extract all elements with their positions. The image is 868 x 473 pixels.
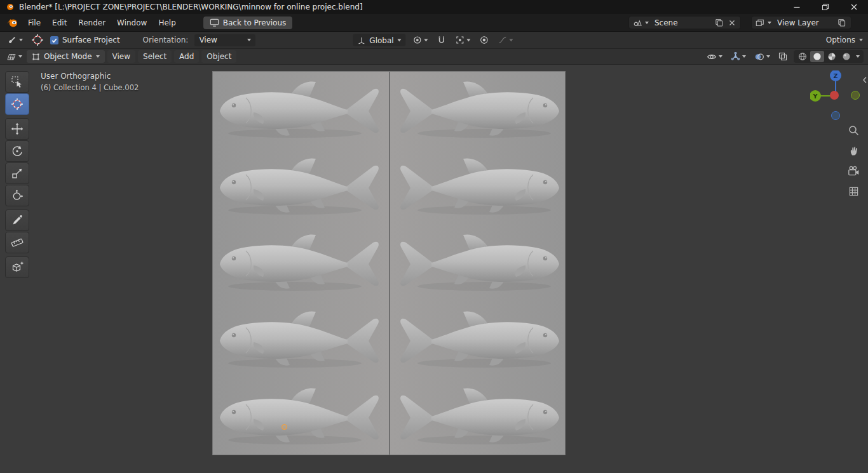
surface-project-setting[interactable]: Surface Project <box>50 36 120 44</box>
chevron-down-icon <box>510 39 513 41</box>
plane-left-half[interactable] <box>213 72 389 455</box>
ground-plane[interactable] <box>213 72 565 455</box>
menu-select[interactable]: Select <box>138 50 172 63</box>
window-titlebar: Blender* [L:\PROJECT ZONE\PROJECT\BLENDE… <box>0 0 868 14</box>
tool-rotate[interactable] <box>5 140 29 162</box>
snap-settings-dropdown[interactable] <box>454 34 473 46</box>
sidebar-expand-arrow[interactable] <box>862 76 867 84</box>
chevron-down-icon <box>467 39 471 41</box>
menu-add[interactable]: Add <box>174 50 199 63</box>
object-visibility-dropdown[interactable] <box>705 51 724 62</box>
viewport-3d: Object Mode View Select Add Object <box>0 49 868 473</box>
fish-model[interactable] <box>391 155 564 218</box>
scene-selector[interactable]: Scene <box>628 16 741 29</box>
falloff-curve-icon <box>498 36 508 45</box>
tool-move[interactable] <box>5 118 29 140</box>
shading-wireframe-button[interactable] <box>796 51 810 62</box>
tool-transform[interactable] <box>5 185 29 206</box>
axis-y-label: Y <box>813 93 818 100</box>
chevron-down-icon <box>742 55 746 58</box>
new-view-layer-button[interactable] <box>836 17 847 28</box>
viewport-canvas[interactable]: User Orthographic (6) Collection 4 | Cub… <box>0 65 868 473</box>
chevron-down-icon <box>18 55 22 58</box>
scene-name[interactable]: Scene <box>652 18 710 27</box>
active-tool-editor-button[interactable] <box>5 34 25 46</box>
proportional-editing-toggle[interactable] <box>478 34 491 46</box>
pivot-point-dropdown[interactable] <box>411 34 430 46</box>
view-layer-name[interactable]: View Layer <box>775 18 833 27</box>
tool-add-cube[interactable] <box>5 256 29 278</box>
fish-model[interactable] <box>391 231 564 295</box>
tool-select-box[interactable] <box>5 71 29 93</box>
menu-file[interactable]: File <box>22 17 46 29</box>
view-name-label: User Orthographic <box>41 70 139 82</box>
fish-model[interactable] <box>215 155 388 218</box>
tool-measure[interactable] <box>5 232 29 253</box>
fish-model[interactable] <box>215 231 388 295</box>
show-overlays-dropdown[interactable] <box>752 51 772 62</box>
view-layer-selector[interactable]: View Layer <box>751 16 851 29</box>
menu-edit[interactable]: Edit <box>46 17 72 29</box>
menu-render[interactable]: Render <box>72 17 111 29</box>
surface-project-checkbox[interactable] <box>50 36 58 44</box>
orientation-value: View <box>199 36 217 44</box>
camera-icon <box>848 166 860 177</box>
fish-model[interactable] <box>215 308 388 371</box>
menu-object[interactable]: Object <box>201 50 236 63</box>
new-scene-button[interactable] <box>714 17 724 28</box>
close-button[interactable] <box>839 0 868 14</box>
fish-model[interactable] <box>215 78 388 142</box>
unlink-scene-button[interactable] <box>728 18 736 27</box>
options-label: Options <box>826 36 855 44</box>
menu-view[interactable]: View <box>107 50 135 63</box>
navigation-axis-gizmo[interactable]: Z Y <box>810 70 861 121</box>
chevron-down-icon <box>859 39 863 41</box>
tool-cursor[interactable] <box>5 93 29 115</box>
pan-control[interactable] <box>846 143 860 157</box>
tool-scale[interactable] <box>5 163 29 184</box>
shading-material-preview-button[interactable] <box>825 51 839 62</box>
orthographic-toggle-control[interactable] <box>846 184 860 198</box>
viewport-overlay-text: User Orthographic (6) Collection 4 | Cub… <box>41 70 139 93</box>
editor-type-button[interactable] <box>4 51 24 63</box>
zoom-control[interactable] <box>846 123 860 137</box>
menu-window[interactable]: Window <box>111 17 153 29</box>
axis-z-negative-ball[interactable] <box>832 112 840 120</box>
minimize-button[interactable] <box>782 0 811 14</box>
tool-settings-bar: Surface Project Orientation: View Global <box>0 32 868 49</box>
snap-toggle-button[interactable] <box>435 34 449 46</box>
axis-x-ball[interactable] <box>830 91 839 100</box>
shading-rendered-button[interactable] <box>839 51 853 62</box>
camera-view-control[interactable] <box>846 164 860 178</box>
blender-app-icon[interactable] <box>6 18 18 28</box>
mode-label: Object Mode <box>44 52 92 61</box>
xray-icon <box>778 52 787 61</box>
magnet-icon <box>437 36 447 45</box>
back-to-previous-button[interactable]: Back to Previous <box>203 17 293 29</box>
shading-solid-button[interactable] <box>810 51 824 62</box>
orientation-dropdown[interactable]: View <box>194 34 255 46</box>
chevron-down-icon <box>424 39 428 41</box>
fish-model[interactable] <box>391 308 564 371</box>
fish-model[interactable] <box>215 385 388 448</box>
tool-annotate[interactable] <box>5 210 29 231</box>
mode-dropdown[interactable]: Object Mode <box>27 50 105 63</box>
transform-orientation-dropdown[interactable]: Global <box>353 34 405 46</box>
proportional-falloff-dropdown[interactable] <box>496 34 515 46</box>
xray-toggle-button[interactable] <box>776 51 789 62</box>
plane-right-half[interactable] <box>389 72 565 455</box>
eye-icon <box>707 53 717 61</box>
blender-window: Blender* [L:\PROJECT ZONE\PROJECT\BLENDE… <box>0 0 868 473</box>
tool-shelf <box>5 71 29 278</box>
chevron-down-icon <box>19 39 23 41</box>
hand-icon <box>848 145 859 156</box>
view-layer-icon <box>756 18 764 27</box>
show-gizmo-dropdown[interactable] <box>729 51 748 63</box>
proportional-editing-icon <box>480 36 489 45</box>
axis-y-negative-ball[interactable] <box>851 91 860 100</box>
fish-model[interactable] <box>391 78 564 142</box>
restore-button[interactable] <box>811 0 839 14</box>
menu-help[interactable]: Help <box>153 17 181 29</box>
fish-model[interactable] <box>391 385 564 448</box>
options-dropdown[interactable]: Options <box>826 36 863 44</box>
